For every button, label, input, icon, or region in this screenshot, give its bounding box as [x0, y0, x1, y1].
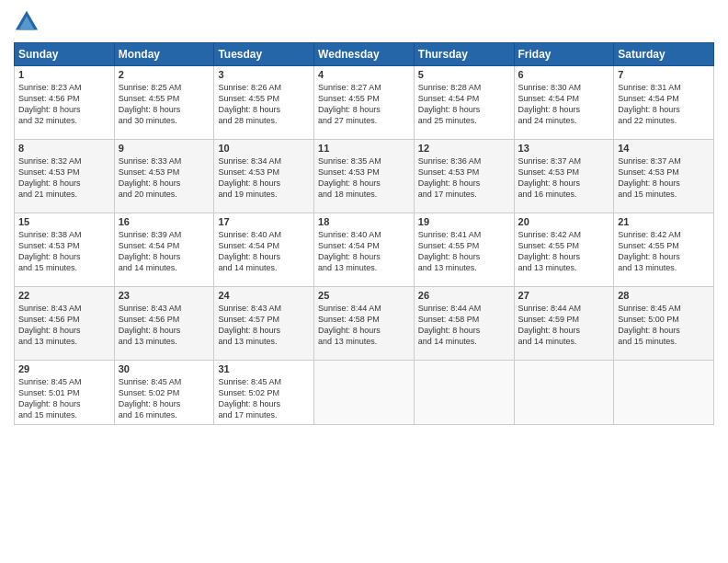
day-info: Sunrise: 8:40 AM Sunset: 4:54 PM Dayligh… [218, 229, 310, 274]
day-number: 30 [119, 363, 210, 374]
day-number: 1 [18, 69, 110, 80]
table-row: 19Sunrise: 8:41 AM Sunset: 4:55 PM Dayli… [414, 213, 514, 287]
day-info: Sunrise: 8:45 AM Sunset: 5:01 PM Dayligh… [18, 376, 110, 421]
table-row: 13Sunrise: 8:37 AM Sunset: 4:53 PM Dayli… [514, 140, 614, 213]
col-sunday: Sunday [15, 43, 115, 66]
table-row: 30Sunrise: 8:45 AM Sunset: 5:02 PM Dayli… [114, 361, 214, 425]
day-info: Sunrise: 8:43 AM Sunset: 4:56 PM Dayligh… [119, 303, 210, 348]
header [14, 9, 714, 35]
table-row: 14Sunrise: 8:37 AM Sunset: 4:53 PM Dayli… [614, 140, 714, 213]
day-number: 15 [18, 216, 110, 227]
table-row: 3Sunrise: 8:26 AM Sunset: 4:55 PM Daylig… [214, 66, 314, 140]
table-row: 23Sunrise: 8:43 AM Sunset: 4:56 PM Dayli… [114, 287, 214, 361]
col-friday: Friday [514, 43, 614, 66]
day-info: Sunrise: 8:26 AM Sunset: 4:55 PM Dayligh… [218, 82, 310, 127]
day-info: Sunrise: 8:25 AM Sunset: 4:55 PM Dayligh… [119, 82, 210, 127]
day-number: 14 [618, 143, 710, 154]
day-info: Sunrise: 8:41 AM Sunset: 4:55 PM Dayligh… [418, 229, 510, 274]
day-info: Sunrise: 8:28 AM Sunset: 4:54 PM Dayligh… [418, 82, 510, 127]
day-info: Sunrise: 8:35 AM Sunset: 4:53 PM Dayligh… [318, 155, 410, 201]
col-tuesday: Tuesday [214, 43, 314, 66]
day-info: Sunrise: 8:39 AM Sunset: 4:54 PM Dayligh… [119, 229, 210, 274]
day-number: 8 [18, 143, 110, 154]
table-row: 1Sunrise: 8:23 AM Sunset: 4:56 PM Daylig… [15, 66, 115, 140]
table-row: 21Sunrise: 8:42 AM Sunset: 4:55 PM Dayli… [614, 213, 714, 287]
table-row: 20Sunrise: 8:42 AM Sunset: 4:55 PM Dayli… [514, 213, 614, 287]
logo [14, 9, 43, 35]
day-number: 7 [618, 69, 710, 80]
logo-icon [14, 9, 40, 35]
day-number: 17 [218, 216, 310, 227]
day-info: Sunrise: 8:42 AM Sunset: 4:55 PM Dayligh… [518, 229, 610, 274]
table-row: 4Sunrise: 8:27 AM Sunset: 4:55 PM Daylig… [314, 66, 415, 140]
day-info: Sunrise: 8:44 AM Sunset: 4:58 PM Dayligh… [318, 303, 410, 348]
table-row: 29Sunrise: 8:45 AM Sunset: 5:01 PM Dayli… [15, 361, 115, 425]
day-number: 4 [318, 69, 410, 80]
table-row: 26Sunrise: 8:44 AM Sunset: 4:58 PM Dayli… [414, 287, 514, 361]
day-number: 18 [318, 216, 410, 227]
table-row: 9Sunrise: 8:33 AM Sunset: 4:53 PM Daylig… [114, 140, 214, 213]
table-row: 8Sunrise: 8:32 AM Sunset: 4:53 PM Daylig… [15, 140, 115, 213]
day-number: 21 [618, 216, 710, 227]
day-info: Sunrise: 8:37 AM Sunset: 4:53 PM Dayligh… [618, 155, 710, 201]
day-number: 20 [518, 216, 610, 227]
day-info: Sunrise: 8:45 AM Sunset: 5:02 PM Dayligh… [119, 376, 210, 421]
table-row: 27Sunrise: 8:44 AM Sunset: 4:59 PM Dayli… [514, 287, 614, 361]
table-row [314, 361, 415, 425]
day-number: 3 [218, 69, 310, 80]
table-row: 18Sunrise: 8:40 AM Sunset: 4:54 PM Dayli… [314, 213, 415, 287]
day-number: 16 [119, 216, 210, 227]
day-number: 23 [119, 290, 210, 301]
header-row: Sunday Monday Tuesday Wednesday Thursday… [15, 43, 714, 66]
table-row: 25Sunrise: 8:44 AM Sunset: 4:58 PM Dayli… [314, 287, 415, 361]
col-saturday: Saturday [614, 43, 714, 66]
table-row [414, 361, 514, 425]
day-info: Sunrise: 8:30 AM Sunset: 4:54 PM Dayligh… [518, 82, 610, 127]
table-row: 28Sunrise: 8:45 AM Sunset: 5:00 PM Dayli… [614, 287, 714, 361]
day-info: Sunrise: 8:32 AM Sunset: 4:53 PM Dayligh… [18, 155, 110, 201]
day-info: Sunrise: 8:44 AM Sunset: 4:58 PM Dayligh… [418, 303, 510, 348]
day-info: Sunrise: 8:40 AM Sunset: 4:54 PM Dayligh… [318, 229, 410, 274]
day-info: Sunrise: 8:43 AM Sunset: 4:57 PM Dayligh… [218, 303, 310, 348]
day-info: Sunrise: 8:34 AM Sunset: 4:53 PM Dayligh… [218, 155, 310, 201]
day-number: 9 [119, 143, 210, 154]
day-number: 12 [418, 143, 510, 154]
table-row: 10Sunrise: 8:34 AM Sunset: 4:53 PM Dayli… [214, 140, 314, 213]
day-info: Sunrise: 8:45 AM Sunset: 5:00 PM Dayligh… [618, 303, 710, 348]
table-row: 6Sunrise: 8:30 AM Sunset: 4:54 PM Daylig… [514, 66, 614, 140]
day-number: 28 [618, 290, 710, 301]
col-monday: Monday [114, 43, 214, 66]
col-thursday: Thursday [414, 43, 514, 66]
table-row: 11Sunrise: 8:35 AM Sunset: 4:53 PM Dayli… [314, 140, 415, 213]
day-info: Sunrise: 8:45 AM Sunset: 5:02 PM Dayligh… [218, 376, 310, 421]
day-info: Sunrise: 8:43 AM Sunset: 4:56 PM Dayligh… [18, 303, 110, 348]
table-row: 31Sunrise: 8:45 AM Sunset: 5:02 PM Dayli… [214, 361, 314, 425]
day-number: 2 [119, 69, 210, 80]
table-row: 17Sunrise: 8:40 AM Sunset: 4:54 PM Dayli… [214, 213, 314, 287]
day-info: Sunrise: 8:37 AM Sunset: 4:53 PM Dayligh… [518, 155, 610, 201]
table-row [614, 361, 714, 425]
day-number: 24 [218, 290, 310, 301]
table-row: 5Sunrise: 8:28 AM Sunset: 4:54 PM Daylig… [414, 66, 514, 140]
calendar-table: Sunday Monday Tuesday Wednesday Thursday… [14, 42, 714, 425]
day-number: 26 [418, 290, 510, 301]
table-row: 7Sunrise: 8:31 AM Sunset: 4:54 PM Daylig… [614, 66, 714, 140]
table-row [514, 361, 614, 425]
table-row: 2Sunrise: 8:25 AM Sunset: 4:55 PM Daylig… [114, 66, 214, 140]
day-info: Sunrise: 8:31 AM Sunset: 4:54 PM Dayligh… [618, 82, 710, 127]
day-info: Sunrise: 8:27 AM Sunset: 4:55 PM Dayligh… [318, 82, 410, 127]
day-number: 29 [18, 363, 110, 374]
table-row: 15Sunrise: 8:38 AM Sunset: 4:53 PM Dayli… [15, 213, 115, 287]
day-number: 6 [518, 69, 610, 80]
table-row: 24Sunrise: 8:43 AM Sunset: 4:57 PM Dayli… [214, 287, 314, 361]
calendar-body: 1Sunrise: 8:23 AM Sunset: 4:56 PM Daylig… [15, 66, 714, 425]
day-info: Sunrise: 8:33 AM Sunset: 4:53 PM Dayligh… [119, 155, 210, 201]
table-row: 16Sunrise: 8:39 AM Sunset: 4:54 PM Dayli… [114, 213, 214, 287]
table-row: 22Sunrise: 8:43 AM Sunset: 4:56 PM Dayli… [15, 287, 115, 361]
day-number: 5 [418, 69, 510, 80]
day-info: Sunrise: 8:42 AM Sunset: 4:55 PM Dayligh… [618, 229, 710, 274]
day-number: 22 [18, 290, 110, 301]
day-info: Sunrise: 8:44 AM Sunset: 4:59 PM Dayligh… [518, 303, 610, 348]
day-number: 31 [218, 363, 310, 374]
day-number: 25 [318, 290, 410, 301]
